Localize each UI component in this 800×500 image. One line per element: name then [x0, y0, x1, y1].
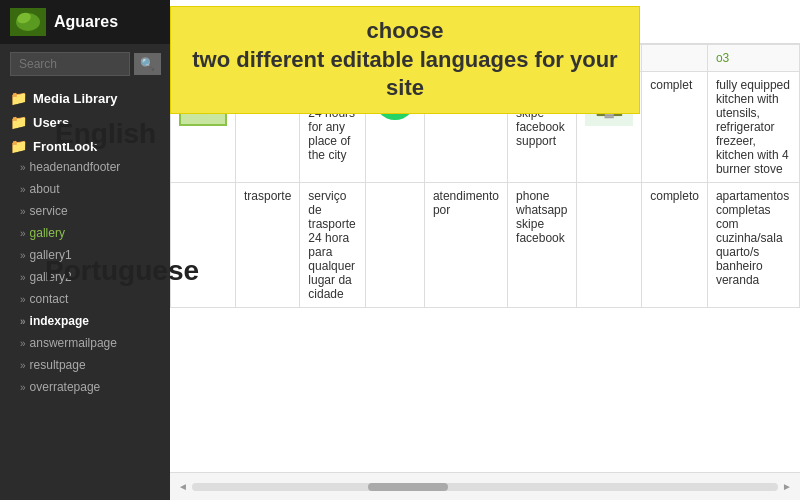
arrow-icon: » — [20, 382, 26, 393]
nav-label: resultpage — [30, 358, 86, 372]
nav-label: headenandfooter — [30, 160, 121, 174]
sidebar-item-contact[interactable]: » contact — [0, 288, 170, 310]
tooltip-line1: choose — [191, 17, 619, 46]
arrow-icon: » — [20, 316, 26, 327]
arrow-icon: » — [20, 162, 26, 173]
nav-label: overratepage — [30, 380, 101, 394]
arrow-icon: » — [20, 250, 26, 261]
scrollbar-track[interactable] — [192, 483, 778, 491]
sidebar-item-indexpage[interactable]: » indexpage — [0, 310, 170, 332]
sidebar-title: Aguares — [54, 13, 118, 31]
cell-complet-1: complet — [642, 72, 708, 183]
sidebar-item-media-library[interactable]: 📁 Media Library — [0, 84, 170, 108]
sidebar-item-overratepage[interactable]: » overratepage — [0, 376, 170, 398]
arrow-icon: » — [20, 338, 26, 349]
arrow-icon: » — [20, 228, 26, 239]
nav-label: indexpage — [30, 314, 89, 328]
nav-label: gallery1 — [30, 248, 72, 262]
folder-icon: 📁 — [10, 90, 27, 106]
table-row: trasporte serviço de trasporte 24 hora p… — [171, 183, 800, 308]
cell-atendimento: atendimento por — [424, 183, 507, 308]
nav-label: service — [30, 204, 68, 218]
nav-label: answermailpage — [30, 336, 117, 350]
scrollbar-thumb[interactable] — [368, 483, 448, 491]
folder-icon-users: 📁 — [10, 114, 27, 130]
cell-img-empty — [365, 183, 424, 308]
sidebar-header: Aguares — [0, 0, 170, 44]
nav-label: about — [30, 182, 60, 196]
arrow-icon: » — [20, 184, 26, 195]
sidebar-users-label: Users — [33, 115, 69, 130]
col-header-o3: o3 — [707, 45, 799, 72]
main-content: ☰ Dashboard / Indexpage List choose two … — [170, 0, 800, 500]
sidebar-item-service[interactable]: » service — [0, 200, 170, 222]
folder-icon-frontlook: 📁 — [10, 138, 27, 154]
sidebar-item-about[interactable]: » about — [0, 178, 170, 200]
cell-completo: completo — [642, 183, 708, 308]
bottom-scrollbar-bar: ◄ ► — [170, 472, 800, 500]
cell-img-empty-2 — [577, 183, 642, 308]
col-header-8 — [642, 45, 708, 72]
sidebar-frontlook-label: FrontLook — [33, 139, 97, 154]
arrow-icon: » — [20, 294, 26, 305]
arrow-icon: » — [20, 206, 26, 217]
nav-label: contact — [30, 292, 69, 306]
nav-label: gallery — [30, 226, 65, 240]
cell-img-2 — [171, 183, 236, 308]
tooltip-line2: two different editable languages for you… — [191, 46, 619, 103]
arrow-icon: » — [20, 272, 26, 283]
cell-trasport-2: trasporte — [236, 183, 300, 308]
tooltip-overlay: choose two different editable languages … — [170, 6, 640, 114]
sidebar: Aguares 🔍 📁 Media Library 📁 Users 📁 Fron… — [0, 0, 170, 500]
sidebar-logo — [10, 8, 46, 36]
nav-label: gallery2 — [30, 270, 72, 284]
sidebar-item-gallery1[interactable]: » gallery1 — [0, 244, 170, 266]
sidebar-media-label: Media Library — [33, 91, 118, 106]
arrow-icon: » — [20, 360, 26, 371]
cell-desc-kitchen: fully equipped kitchen with utensils, re… — [707, 72, 799, 183]
search-container: 🔍 — [0, 44, 170, 84]
cell-desc-2: serviço de trasporte 24 hora para qualqu… — [300, 183, 366, 308]
sidebar-item-frontlook[interactable]: 📁 FrontLook — [0, 132, 170, 156]
cell-phone-2: phone whatsapp skipe facebook — [508, 183, 577, 308]
search-input[interactable] — [10, 52, 130, 76]
search-button[interactable]: 🔍 — [134, 53, 161, 75]
top-bar: ☰ Dashboard / Indexpage List choose two … — [170, 0, 800, 44]
sidebar-item-answermailpage[interactable]: » answermailpage — [0, 332, 170, 354]
sidebar-item-gallery[interactable]: » gallery — [0, 222, 170, 244]
sidebar-item-resultpage[interactable]: » resultpage — [0, 354, 170, 376]
sidebar-item-gallery2[interactable]: » gallery2 — [0, 266, 170, 288]
sidebar-item-headerandfooter[interactable]: » headenandfooter — [0, 156, 170, 178]
sidebar-item-users[interactable]: 📁 Users — [0, 108, 170, 132]
scroll-right-arrow[interactable]: ► — [782, 481, 792, 492]
sidebar-nav: 📁 Media Library 📁 Users 📁 FrontLook » he… — [0, 84, 170, 500]
cell-desc-apt: apartamentos completas com cuzinha/sala … — [707, 183, 799, 308]
scroll-left-arrow[interactable]: ◄ — [178, 481, 188, 492]
